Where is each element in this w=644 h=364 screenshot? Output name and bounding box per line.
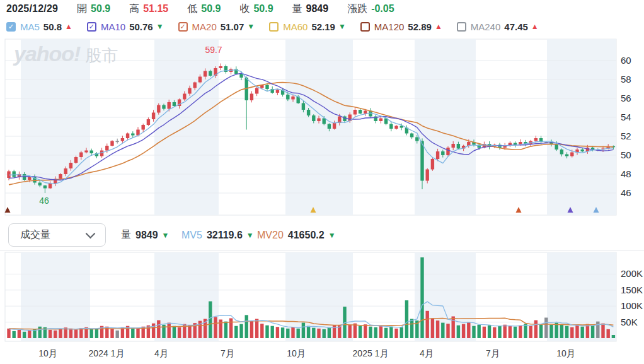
indicator-select-value: 成交量 [20, 228, 87, 242]
yahoo-stock-suffix: 股市 [85, 46, 118, 65]
ma-toggle-bar: ✓ MA5 50.8 ▲ ✓ MA10 50.76 ▼ ✓ MA20 51.07… [6, 20, 553, 33]
ma240-checkbox[interactable]: ✓ [457, 22, 466, 32]
quote-volume: 量 9849 [292, 3, 329, 16]
ma5-checkbox[interactable]: ✓ [6, 22, 16, 32]
svg-text:56: 56 [621, 93, 631, 103]
change-label: 漲跌 [347, 3, 367, 16]
time-axis: 10月2024 1月4月7月10月2025 1月4月7月10月 [38, 348, 575, 358]
svg-text:4月: 4月 [154, 348, 168, 358]
ma240-value: 47.45 [504, 21, 528, 32]
quote-change: 漲跌 -0.05 [347, 3, 394, 16]
up-arrow-icon: ▲ [65, 22, 72, 31]
svg-text:58: 58 [621, 74, 631, 85]
section-divider [0, 250, 644, 251]
quote-open: 開 50.9 [77, 3, 110, 16]
yahoo-stock-watermark: yahoo!股市 [14, 42, 118, 67]
ma60-label: MA60 [283, 21, 308, 32]
svg-text:10月: 10月 [38, 348, 57, 358]
open-value: 50.9 [91, 3, 110, 15]
up-arrow-icon: ▲ [435, 22, 442, 31]
mv5-legend-value: 32119.6 [207, 230, 243, 241]
high-value: 51.15 [143, 3, 168, 15]
change-value: -0.05 [371, 3, 394, 15]
svg-text:200K: 200K [621, 268, 643, 279]
mv20-legend-item: MV20 41650.2 ▼ [257, 223, 336, 247]
ma20-toggle[interactable]: ✓ MA20 51.07 ▼ [178, 21, 255, 32]
quote-low: 低 50.9 [187, 3, 221, 16]
svg-text:60: 60 [621, 55, 631, 66]
down-arrow-icon: ▼ [338, 22, 346, 31]
svg-text:54: 54 [621, 112, 631, 122]
quote-close: 收 50.9 [239, 3, 273, 16]
ma120-toggle[interactable]: ✓ MA120 52.89 ▲ [360, 21, 442, 32]
ma10-checkbox[interactable]: ✓ [87, 22, 96, 32]
ma10-toggle[interactable]: ✓ MA10 50.76 ▼ [87, 21, 164, 32]
down-arrow-icon: ▼ [328, 231, 336, 240]
quote-high: 高 51.15 [129, 3, 168, 16]
down-arrow-icon: ▼ [162, 231, 170, 240]
svg-text:2025 1月: 2025 1月 [353, 348, 389, 358]
svg-text:50: 50 [621, 150, 631, 160]
price-annotation: 46 [39, 196, 49, 206]
ma10-label: MA10 [101, 21, 125, 32]
mv5-legend-label: MV5 [181, 230, 202, 241]
low-value: 50.9 [201, 3, 221, 15]
check-icon: ✓ [89, 23, 95, 30]
open-label: 開 [77, 3, 87, 16]
close-value: 50.9 [253, 3, 273, 15]
volume-legend-item: 量 9849 ▼ [121, 223, 169, 247]
volume-legend-value: 9849 [135, 230, 158, 241]
volume-legend-label: 量 [121, 228, 131, 242]
ma5-toggle[interactable]: ✓ MA5 50.8 ▲ [6, 21, 72, 32]
svg-text:150K: 150K [621, 285, 643, 295]
ma120-label: MA120 [374, 21, 405, 32]
down-arrow-icon: ▼ [247, 22, 255, 31]
ma120-checkbox[interactable]: ✓ [360, 22, 370, 32]
ma20-checkbox[interactable]: ✓ [178, 22, 188, 32]
volume-value: 9849 [306, 3, 329, 15]
ma5-value: 50.8 [43, 21, 62, 32]
ma10-value: 50.76 [129, 21, 153, 32]
svg-text:50K: 50K [621, 317, 638, 327]
check-icon: ✓ [180, 23, 185, 30]
yahoo-logo: yahoo! [14, 42, 80, 66]
indicator-select[interactable]: 成交量 [8, 223, 106, 247]
mv5-legend-item: MV5 32119.6 ▼ [181, 223, 254, 247]
svg-text:10月: 10月 [556, 348, 575, 358]
quote-date: 2025/12/29 [6, 3, 58, 15]
volume-label: 量 [292, 3, 302, 16]
svg-text:46: 46 [621, 187, 631, 198]
chevron-down-icon [86, 229, 96, 239]
check-icon: ✓ [8, 23, 14, 30]
ma240-label: MA240 [471, 21, 501, 32]
svg-text:48: 48 [621, 168, 631, 179]
ma240-toggle[interactable]: ✓ MA240 47.45 ▲ [457, 21, 539, 32]
svg-text:4月: 4月 [420, 348, 434, 358]
svg-text:2024 1月: 2024 1月 [89, 348, 125, 358]
ma5-label: MA5 [20, 21, 40, 32]
ma60-value: 52.19 [311, 21, 335, 32]
low-label: 低 [187, 3, 197, 16]
up-arrow-icon: ▲ [531, 22, 539, 31]
svg-text:7月: 7月 [221, 348, 234, 358]
down-arrow-icon: ▼ [156, 22, 164, 31]
svg-text:100K: 100K [621, 300, 643, 311]
ma60-toggle[interactable]: ✓ MA60 52.19 ▼ [269, 21, 346, 32]
ma20-value: 51.07 [221, 21, 244, 32]
high-label: 高 [129, 3, 139, 16]
ma20-label: MA20 [192, 21, 217, 32]
svg-text:7月: 7月 [486, 348, 500, 358]
ma120-value: 52.89 [408, 21, 432, 32]
mv20-legend-label: MV20 [257, 230, 284, 241]
ma60-checkbox[interactable]: ✓ [269, 22, 279, 32]
stock-chart-page: 464850525456586050K100K150K200K59.74610月… [0, 0, 644, 364]
price-annotation: 59.7 [205, 45, 222, 55]
svg-text:10月: 10月 [287, 348, 306, 358]
svg-text:52: 52 [621, 131, 631, 141]
down-arrow-icon: ▼ [246, 231, 254, 240]
quote-header: 2025/12/29 開 50.9 高 51.15 低 50.9 收 50.9 … [6, 1, 413, 16]
mv20-legend-value: 41650.2 [288, 230, 325, 241]
close-label: 收 [239, 3, 250, 16]
